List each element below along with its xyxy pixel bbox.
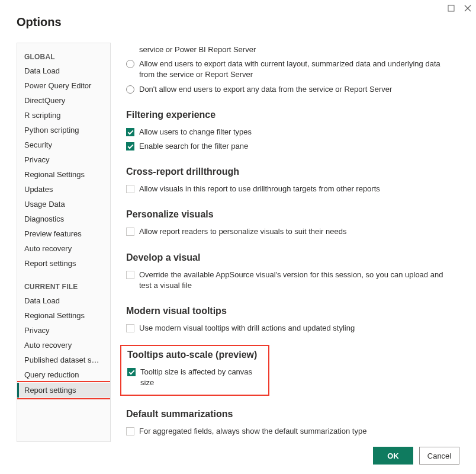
filtering-change-types-label: Allow users to change filter types bbox=[139, 127, 445, 137]
sidebar-item-preview-features[interactable]: Preview features bbox=[17, 226, 110, 241]
sidebar-item-cf-data-load[interactable]: Data Load bbox=[17, 293, 110, 308]
section-filtering-title: Filtering experience bbox=[126, 110, 445, 120]
export-radio-dont-allow-label: Don't allow end users to export any data… bbox=[139, 84, 445, 95]
modern-tooltips-checkbox[interactable] bbox=[126, 324, 134, 332]
personalize-checkbox[interactable] bbox=[126, 228, 134, 236]
default-sum-checkbox[interactable] bbox=[126, 427, 134, 435]
section-tooltip-autoscale-title: Tooltips auto-scale (preview) bbox=[127, 350, 262, 360]
sidebar-item-security[interactable]: Security bbox=[17, 137, 110, 152]
dialog-footer: OK Cancel bbox=[373, 447, 459, 465]
options-content[interactable]: service or Power BI Report Server Allow … bbox=[111, 43, 459, 442]
develop-checkbox[interactable] bbox=[126, 271, 134, 279]
sidebar-item-usage-data[interactable]: Usage Data bbox=[17, 197, 110, 212]
tooltip-autoscale-checkbox[interactable] bbox=[127, 368, 136, 376]
export-radio-allow-all[interactable] bbox=[126, 60, 134, 68]
section-personalize-title: Personalize visuals bbox=[126, 209, 445, 220]
ok-button[interactable]: OK bbox=[373, 447, 413, 465]
sidebar-header-current-file: CURRENT FILE bbox=[17, 279, 110, 293]
sidebar-item-cf-privacy[interactable]: Privacy bbox=[17, 323, 110, 338]
close-icon[interactable] bbox=[464, 5, 471, 14]
sidebar-item-diagnostics[interactable]: Diagnostics bbox=[17, 212, 110, 226]
sidebar-item-report-settings-global[interactable]: Report settings bbox=[17, 256, 110, 271]
options-sidebar: GLOBAL Data Load Power Query Editor Dire… bbox=[17, 43, 111, 442]
crossreport-label: Allow visuals in this report to use dril… bbox=[139, 184, 445, 194]
section-tooltip-autoscale: Tooltips auto-scale (preview) Tooltip si… bbox=[120, 345, 269, 396]
default-sum-label: For aggregated fields, always show the d… bbox=[139, 426, 445, 437]
modern-tooltips-label: Use modern visual tooltips with drill ac… bbox=[139, 323, 445, 334]
svg-rect-0 bbox=[448, 5, 454, 11]
sidebar-item-cf-report-settings[interactable]: Report settings bbox=[17, 383, 110, 398]
sidebar-item-cf-query-reduction[interactable]: Query reduction bbox=[17, 367, 110, 382]
personalize-label: Allow report readers to personalize visu… bbox=[139, 226, 445, 237]
sidebar-header-global: GLOBAL bbox=[17, 49, 110, 63]
sidebar-item-python-scripting[interactable]: Python scripting bbox=[17, 123, 110, 137]
section-modern-tooltips-title: Modern visual tooltips bbox=[126, 306, 445, 316]
filtering-change-types-checkbox[interactable] bbox=[126, 128, 134, 136]
options-dialog: Options GLOBAL Data Load Power Query Edi… bbox=[0, 0, 476, 474]
export-option-trailing-text: service or Power BI Report Server bbox=[139, 44, 445, 55]
maximize-icon[interactable] bbox=[448, 5, 455, 14]
sidebar-item-regional-settings[interactable]: Regional Settings bbox=[17, 167, 110, 182]
section-crossreport-title: Cross-report drillthrough bbox=[126, 166, 445, 177]
cancel-button[interactable]: Cancel bbox=[419, 447, 459, 465]
filtering-search-checkbox[interactable] bbox=[126, 142, 134, 150]
develop-label: Override the available AppSource visual'… bbox=[139, 270, 445, 291]
filtering-search-label: Enable search for the filter pane bbox=[139, 141, 445, 152]
export-radio-allow-all-label: Allow end users to export data with curr… bbox=[139, 59, 445, 80]
tooltip-autoscale-label: Tooltip size is affected by canvas size bbox=[140, 367, 262, 388]
sidebar-item-cf-auto-recovery[interactable]: Auto recovery bbox=[17, 338, 110, 353]
sidebar-item-directquery[interactable]: DirectQuery bbox=[17, 93, 110, 108]
sidebar-item-r-scripting[interactable]: R scripting bbox=[17, 108, 110, 123]
sidebar-item-data-load[interactable]: Data Load bbox=[17, 63, 110, 78]
dialog-title: Options bbox=[17, 15, 62, 29]
sidebar-item-auto-recovery[interactable]: Auto recovery bbox=[17, 241, 110, 256]
sidebar-item-cf-published-dataset[interactable]: Published dataset settings bbox=[17, 353, 110, 367]
export-radio-dont-allow[interactable] bbox=[126, 85, 134, 94]
sidebar-item-privacy[interactable]: Privacy bbox=[17, 152, 110, 167]
sidebar-item-updates[interactable]: Updates bbox=[17, 182, 110, 197]
sidebar-item-power-query-editor[interactable]: Power Query Editor bbox=[17, 78, 110, 93]
section-develop-title: Develop a visual bbox=[126, 252, 445, 263]
sidebar-item-cf-regional-settings[interactable]: Regional Settings bbox=[17, 308, 110, 323]
crossreport-checkbox[interactable] bbox=[126, 185, 134, 193]
section-default-sum-title: Default summarizations bbox=[126, 409, 445, 419]
